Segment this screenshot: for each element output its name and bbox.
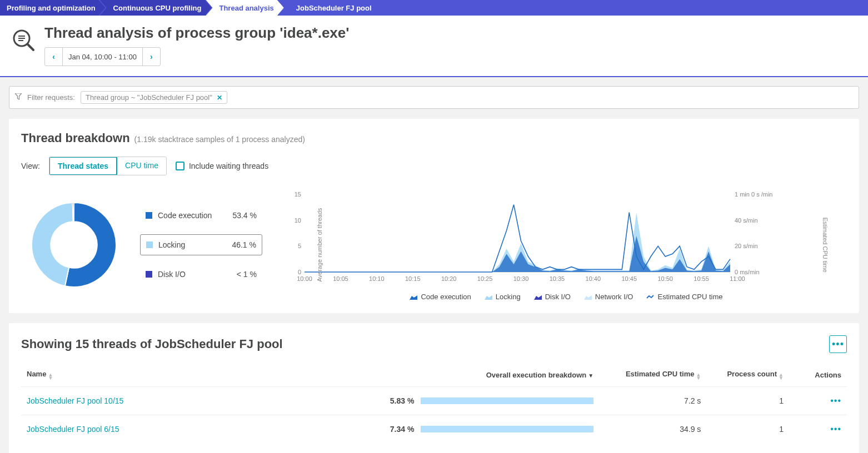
filter-tag-text: Thread group ~ "JobScheduler FJ pool"	[86, 93, 212, 102]
chart-legend-item[interactable]: Estimated CPU time	[646, 293, 722, 301]
svg-text:10:35: 10:35	[550, 275, 565, 282]
col-proc[interactable]: Process count▲▼	[706, 363, 789, 387]
include-waiting-label: Include waiting threads	[189, 162, 268, 170]
breadcrumb-pool[interactable]: JobScheduler FJ pool	[284, 0, 382, 16]
legend-item-disk[interactable]: Disk I/O < 1 %	[140, 264, 262, 284]
col-breakdown[interactable]: Overall execution breakdown▼	[385, 363, 599, 387]
donut-legend: Code execution 53.4 % Locking 46.1 % Dis…	[140, 205, 262, 284]
svg-text:5: 5	[298, 243, 301, 249]
legend-swatch	[146, 241, 153, 248]
table-row: JobScheduler FJ pool 10/15 5.83 % 7.2 s …	[21, 387, 847, 415]
chart-legend-label: Network I/O	[595, 293, 633, 301]
sort-icon: ▲▼	[48, 373, 53, 380]
legend-item-lock[interactable]: Locking 46.1 %	[140, 234, 262, 255]
breakdown-heading: Thread breakdown	[21, 131, 130, 145]
thread-link[interactable]: JobScheduler FJ pool 6/15	[27, 425, 119, 434]
chart-legend-item[interactable]: Locking	[485, 293, 521, 301]
breakdown-pct: 7.34 %	[390, 425, 415, 434]
legend-value: < 1 %	[237, 270, 257, 279]
svg-text:10:10: 10:10	[369, 275, 385, 282]
filter-icon	[15, 93, 22, 102]
legend-value: 46.1 %	[232, 240, 256, 249]
col-actions: Actions	[789, 363, 847, 387]
legend-label: Locking	[158, 240, 226, 249]
cpu-time: 7.2 s	[599, 387, 706, 415]
chart-legend-label: Code execution	[421, 293, 471, 301]
filter-tag-remove-icon[interactable]: ✕	[217, 94, 222, 102]
sort-desc-icon: ▼	[588, 374, 593, 378]
sort-icon: ▲▼	[779, 373, 784, 380]
legend-value: 53.4 %	[232, 211, 257, 220]
chart-legend: Code executionLockingDisk I/ONetwork I/O…	[286, 285, 847, 301]
svg-text:10:45: 10:45	[621, 275, 637, 282]
svg-text:10:50: 10:50	[657, 275, 673, 282]
table-heading: Showing 15 threads of JobScheduler FJ po…	[21, 337, 283, 351]
legend-swatch	[146, 212, 152, 219]
y-axis-left-label: Average number of threads	[316, 208, 323, 281]
legend-item-code[interactable]: Code execution 53.4 %	[140, 205, 262, 225]
timeseries-svg: 0510150 ms/min20 s/min40 s/min1 min 0 s …	[286, 189, 775, 283]
timeseries-chart: Average number of threads 0510150 ms/min…	[286, 189, 847, 301]
svg-text:10:00: 10:00	[297, 275, 312, 282]
svg-text:10:05: 10:05	[333, 275, 348, 282]
include-waiting-checkbox[interactable]: Include waiting threads	[176, 162, 268, 170]
analysis-icon	[11, 28, 36, 52]
breadcrumb-thread-analysis[interactable]: Thread analysis	[206, 0, 283, 16]
svg-text:10:25: 10:25	[477, 275, 493, 282]
thread-link[interactable]: JobScheduler FJ pool 10/15	[27, 396, 123, 405]
filter-tag[interactable]: Thread group ~ "JobScheduler FJ pool" ✕	[81, 91, 227, 104]
time-picker: ‹ Jan 04, 10:00 - 11:00 ›	[44, 47, 161, 66]
page-title: Thread analysis of process group 'idea*.…	[44, 24, 349, 42]
chart-legend-item[interactable]: Network I/O	[584, 293, 633, 301]
svg-text:10:15: 10:15	[405, 275, 421, 282]
table-more-button[interactable]: •••	[829, 335, 847, 353]
col-cpu[interactable]: Estimated CPU time▲▼	[599, 363, 706, 387]
chart-legend-item[interactable]: Code execution	[410, 293, 471, 301]
cpu-time: 34.9 s	[599, 415, 706, 444]
chart-legend-label: Disk I/O	[545, 293, 571, 301]
svg-text:10: 10	[295, 217, 301, 224]
proc-count: 1	[706, 415, 789, 444]
breakdown-bar	[421, 397, 593, 404]
svg-text:40 s/min: 40 s/min	[735, 217, 758, 224]
sort-icon: ▲▼	[696, 373, 701, 380]
filter-label: Filter requests:	[27, 93, 75, 102]
svg-text:1 min 0 s /min: 1 min 0 s /min	[735, 191, 772, 198]
view-label: View:	[21, 162, 40, 170]
col-name[interactable]: Name▲▼	[21, 363, 385, 387]
time-next-button[interactable]: ›	[142, 48, 160, 66]
donut-chart	[21, 192, 127, 298]
breadcrumb: Profiling and optimization Continuous CP…	[0, 0, 868, 16]
threads-table: Name▲▼ Overall execution breakdown▼ Esti…	[21, 363, 847, 443]
svg-text:10:30: 10:30	[513, 275, 529, 282]
svg-text:10:55: 10:55	[694, 275, 709, 282]
tab-thread-states[interactable]: Thread states	[49, 157, 117, 175]
chart-legend-label: Locking	[496, 293, 521, 301]
checkbox-box-icon	[176, 162, 184, 170]
legend-label: Code execution	[158, 211, 227, 220]
svg-text:11:00: 11:00	[730, 275, 745, 282]
breadcrumb-profiling[interactable]: Profiling and optimization	[0, 0, 106, 16]
breadcrumb-continuous-cpu[interactable]: Continuous CPU profiling	[100, 0, 212, 16]
legend-label: Disk I/O	[158, 270, 231, 279]
svg-text:10:40: 10:40	[586, 275, 601, 282]
row-actions-button[interactable]: •••	[830, 424, 841, 434]
table-row: JobScheduler FJ pool 6/15 7.34 % 34.9 s …	[21, 415, 847, 444]
filter-bar[interactable]: Filter requests: Thread group ~ "JobSche…	[9, 86, 859, 109]
page-header: Thread analysis of process group 'idea*.…	[0, 16, 868, 77]
breakdown-pct: 5.83 %	[390, 396, 415, 405]
legend-swatch	[146, 271, 152, 278]
threads-table-panel: Showing 15 threads of JobScheduler FJ po…	[9, 323, 859, 453]
row-actions-button[interactable]: •••	[830, 396, 841, 405]
svg-text:15: 15	[295, 191, 301, 198]
svg-text:20 s/min: 20 s/min	[735, 243, 758, 249]
view-toggle: Thread states CPU time	[49, 157, 167, 175]
svg-text:0 ms/min: 0 ms/min	[735, 269, 760, 275]
time-range-label[interactable]: Jan 04, 10:00 - 11:00	[63, 48, 142, 66]
y-axis-right-label: Estimated CPU time	[821, 217, 828, 272]
chart-legend-item[interactable]: Disk I/O	[534, 293, 571, 301]
chart-legend-label: Estimated CPU time	[657, 293, 722, 301]
svg-text:0: 0	[298, 269, 301, 275]
time-prev-button[interactable]: ‹	[45, 48, 63, 66]
tab-cpu-time[interactable]: CPU time	[117, 157, 166, 175]
